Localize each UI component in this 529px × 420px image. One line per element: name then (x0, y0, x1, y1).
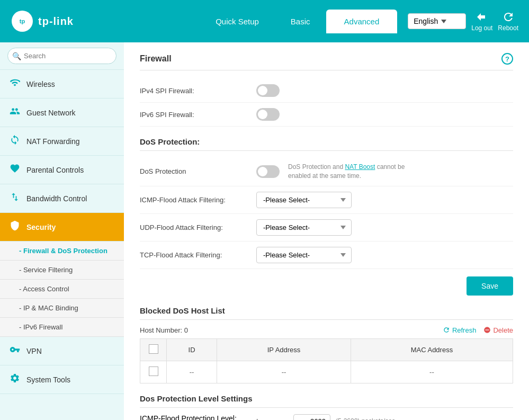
sidebar-item-system-tools[interactable]: System Tools (0, 365, 124, 394)
sidebar-label-wireless: Wireless (26, 80, 55, 88)
sub-item-ip-mac-binding[interactable]: - IP & MAC Binding (0, 299, 124, 318)
col-id: ID (167, 338, 217, 361)
logo: tp tp-link (11, 10, 74, 33)
low-label: Low: (256, 417, 293, 420)
reboot-button[interactable]: Reboot (498, 11, 518, 32)
security-sub-menu: - Firewall & DoS Protection - Service Fi… (0, 242, 124, 337)
sidebar-label-security: Security (26, 223, 56, 231)
sidebar-label-guest-network: Guest Network (26, 109, 76, 117)
dos-note-text: DoS Protection and (288, 163, 343, 171)
sidebar-item-parental-controls[interactable]: Parental Controls (0, 156, 124, 184)
sub-item-ipv6-firewall[interactable]: - IPv6 Firewall (0, 318, 124, 337)
sidebar-item-security[interactable]: Security (0, 213, 124, 242)
refresh-button[interactable]: Refresh (443, 326, 477, 334)
delete-icon (483, 326, 491, 334)
nav-right: English Log out Reboot (408, 11, 518, 32)
shield-icon (10, 220, 20, 234)
ipv6-row: IPv6 SPI Firewall: (140, 103, 513, 127)
key-icon (10, 344, 20, 358)
dos-toggle[interactable] (256, 165, 280, 178)
sub-item-firewall-dos[interactable]: - Firewall & DoS Protection (0, 242, 124, 261)
dos-note: DoS Protection and NAT Boost cannot be e… (288, 163, 426, 181)
sidebar: 🔍 Wireless Guest Network NAT Forwarding (0, 42, 124, 420)
row-checkbox[interactable] (149, 367, 158, 376)
col-ip: IP Address (217, 338, 351, 361)
sidebar-item-bandwidth-control[interactable]: Bandwidth Control (0, 184, 124, 213)
nat-boost-link[interactable]: NAT Boost (345, 163, 375, 171)
logout-icon (476, 11, 488, 23)
nav-quick-setup[interactable]: Quick Setup (200, 12, 275, 31)
search-input[interactable] (7, 48, 116, 64)
dos-slider (256, 165, 280, 178)
main-layout: 🔍 Wireless Guest Network NAT Forwarding (0, 42, 529, 420)
table-body: -- -- -- (140, 361, 513, 383)
dos-level-title: Dos Protection Level Settings (140, 394, 513, 408)
sub-label-firewall: - Firewall & DoS Protection (19, 247, 107, 255)
language-selector[interactable]: English (408, 13, 466, 29)
header: tp tp-link Quick Setup Basic Advanced En… (0, 0, 529, 42)
row-checkbox-cell (140, 361, 167, 383)
sidebar-label-vpn: VPN (26, 347, 42, 355)
tcp-row: TCP-Flood Attack Filtering: -Please Sele… (140, 242, 513, 269)
host-table: ID IP Address MAC Address -- -- -- (140, 338, 513, 383)
dos-section-title: DoS Protection: (140, 137, 513, 151)
sidebar-item-wireless[interactable]: Wireless (0, 70, 124, 99)
nav-links: Quick Setup Basic Advanced (200, 10, 397, 33)
sub-item-access-control[interactable]: - Access Control (0, 280, 124, 299)
udp-row: UDP-Flood Attack Filtering: -Please Sele… (140, 214, 513, 242)
svg-rect-3 (486, 330, 489, 330)
icmp-level-label: ICMP-Flood Protection Level: (140, 414, 256, 420)
dos-row: DoS Protection DoS Protection and NAT Bo… (140, 157, 513, 186)
delete-button[interactable]: Delete (483, 326, 513, 334)
ipv4-label: IPv4 SPI Firewall: (140, 87, 256, 95)
sidebar-item-vpn[interactable]: VPN (0, 337, 124, 365)
nav-basic[interactable]: Basic (275, 12, 326, 31)
nav-advanced[interactable]: Advanced (326, 10, 398, 33)
ipv6-slider (256, 108, 280, 121)
tcp-select[interactable]: -Please Select- (256, 247, 352, 263)
save-button[interactable]: Save (467, 276, 513, 296)
search-wrap: 🔍 (7, 48, 116, 64)
dos-title: DoS Protection: (140, 137, 200, 146)
dos-level-title-text: Dos Protection Level Settings (140, 394, 253, 403)
sub-item-service-filtering[interactable]: - Service Filtering (0, 261, 124, 280)
row-mac: -- (351, 361, 513, 383)
udp-select[interactable]: -Please Select- (256, 219, 352, 236)
tcp-label: TCP-Flood Attack Filtering: (140, 251, 256, 259)
icmp-low-note: (5-3600) packets/sec (336, 417, 395, 420)
table-head: ID IP Address MAC Address (140, 338, 513, 361)
row-id: -- (167, 361, 217, 383)
select-all-checkbox[interactable] (149, 344, 158, 354)
logout-button[interactable]: Log out (471, 11, 492, 32)
icmp-select[interactable]: -Please Select- (256, 192, 352, 208)
delete-label: Delete (493, 326, 513, 334)
firewall-title: Firewall (140, 54, 172, 64)
sub-label-ipv6: - IPv6 Firewall (19, 323, 62, 331)
sidebar-label-system-tools: System Tools (26, 376, 70, 384)
ipv4-toggle[interactable] (256, 84, 280, 97)
reboot-label: Reboot (498, 24, 518, 32)
ipv4-slider (256, 84, 280, 97)
sidebar-item-guest-network[interactable]: Guest Network (0, 99, 124, 127)
host-actions: Refresh Delete (443, 326, 513, 334)
icmp-low-row: Low: (5-3600) packets/sec (256, 414, 395, 420)
host-number: Host Number: 0 (140, 326, 188, 334)
sub-label-ipmac: - IP & MAC Binding (19, 304, 78, 312)
dos-label: DoS Protection (140, 167, 256, 175)
icmp-low-input[interactable] (293, 414, 330, 420)
sidebar-item-nat-forwarding[interactable]: NAT Forwarding (0, 127, 124, 156)
heart-icon (10, 163, 20, 176)
refresh-label: Refresh (452, 326, 477, 334)
sidebar-label-bandwidth-control: Bandwidth Control (26, 194, 87, 203)
col-mac: MAC Address (351, 338, 513, 361)
wifi-icon (10, 77, 20, 91)
search-icon: 🔍 (12, 52, 21, 60)
sidebar-label-parental-controls: Parental Controls (26, 166, 84, 174)
firewall-help-icon[interactable]: ? (501, 53, 513, 65)
ipv6-label: IPv6 SPI Firewall: (140, 111, 256, 119)
table-row: -- -- -- (140, 361, 513, 383)
cycle-icon (10, 135, 20, 148)
ipv6-toggle[interactable] (256, 108, 280, 121)
dos-level-section: Dos Protection Level Settings ICMP-Flood… (140, 394, 513, 420)
content-area: Firewall ? IPv4 SPI Firewall: IPv6 SPI F… (124, 42, 529, 420)
